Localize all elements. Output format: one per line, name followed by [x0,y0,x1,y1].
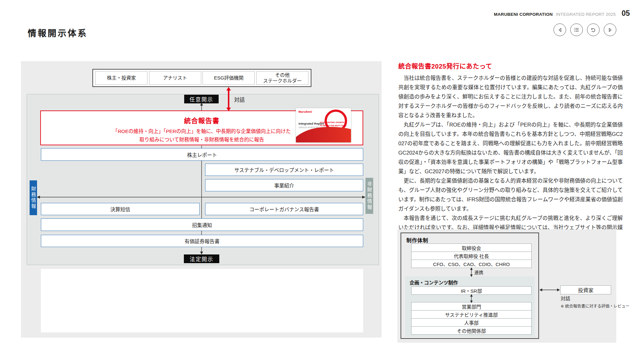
stakeholder-esg-agencies: ESG評価機関 [203,71,255,85]
stakeholder-others: その他 ステークホルダー [256,71,308,85]
article-paragraph: 当社は統合報告書を、ステークホルダーの皆様との建設的な対話を促進し、持続可能な価… [398,73,623,120]
stakeholder-shareholders: 株主・投資家 [95,71,147,85]
integrated-report-cover-thumbnail: Marubeni ACCELERATING GROWTH TO REACH TH… [296,108,351,142]
box-other-depts: その他関係部 [411,326,532,335]
governance-stack: 取締役会 代表取締役 社長 CFO、CSO、CAO、CDIO、CHRO [411,244,532,268]
box-cxo: CFO、CSO、CAO、CDIO、CHRO [411,260,532,268]
row-securities-report: 有価証券報告書 [41,235,363,247]
article-paragraph: 丸紅グループは、「ROEの維持・向上」および「PERの向上」を軸に、中長期的な企… [398,120,623,176]
production-note: ※ 統合報告書に対する評価・レビュー [561,303,630,309]
undo-arrow-icon [591,28,596,32]
row-financial-results: 決算短信 [41,203,200,215]
article-heading: 統合報告書2025発行にあたって [398,61,492,71]
box-sustainability-dept: サステナビリティ推進部 [411,310,532,319]
box-ir-sr-dept: IR・SR部 [411,286,532,295]
planning-content-title: 企画・コンテンツ制作 [410,279,458,286]
dialogue-label: 対話 [234,96,245,103]
cover-title: Integrated Report [298,122,324,125]
viewer-nav [554,24,616,36]
list-icon [574,28,579,32]
prev-page-button[interactable] [554,24,566,36]
non-financial-info-label: 非財務情報 [365,178,373,214]
company-name: MARUBENI CORPORATION [494,12,553,17]
row-shareholder-report: 株主レポート [41,148,363,161]
prev-arrow-icon [558,28,562,32]
production-dialogue-label: 対話 [561,295,570,301]
box-board-of-directors: 取締役会 [411,244,532,252]
box-sales-divisions: 営業部門 [411,302,532,310]
stakeholder-analysts: アナリスト [149,71,201,85]
statutory-disclosure-label: 法定開示 [184,254,219,263]
production-structure-title: 制作体制 [406,236,428,244]
box-investors: 投資家 [560,285,611,294]
back-button[interactable] [587,24,600,36]
next-arrow-icon [608,28,612,32]
next-page-button[interactable] [604,24,616,36]
stakeholder-strip: 株主・投資家 アナリスト ESG評価機関 その他 ステークホルダー [92,69,311,87]
row-convocation-notice: 招集通知 [41,218,363,231]
page-number: 05 [621,9,630,18]
row-corporate-governance-report: コーポレートガバナンス報告書 [205,203,363,215]
page-title: 情報開示体系 [28,26,88,39]
row-sustainable-development-report: サステナブル・デベロップメント・レポート [205,164,363,176]
row-business-introduction: 事業紹介 [205,179,363,191]
report-header: MARUBENI CORPORATION INTEGRATED REPORT 2… [494,9,630,18]
cooperation-label: 連携 [474,269,483,275]
marubeni-logo: Marubeni [298,110,312,113]
article-body: 当社は統合報告書を、ステークホルダーの皆様との建設的な対話を促進し、持続可能な価… [398,73,623,242]
financial-info-label: 財務情報 [30,180,37,215]
departments-stack: 営業部門 サステナビリティ推進部 人事部 その他関係部 [411,302,532,335]
websites-box [41,269,363,332]
index-button[interactable] [570,24,583,36]
box-president: 代表取締役 社長 [411,252,532,260]
report-page: MARUBENI CORPORATION INTEGRATED REPORT 2… [0,0,644,363]
report-name: INTEGRATED REPORT 2025 [556,12,616,17]
box-hr-dept: 人事部 [411,318,532,327]
article-paragraph: 更に、長期的な企業価値創造の基盤となる人的資本経営の深化や非財務価値の向上につい… [398,176,623,214]
voluntary-disclosure-label: 任意開示 [184,95,219,103]
